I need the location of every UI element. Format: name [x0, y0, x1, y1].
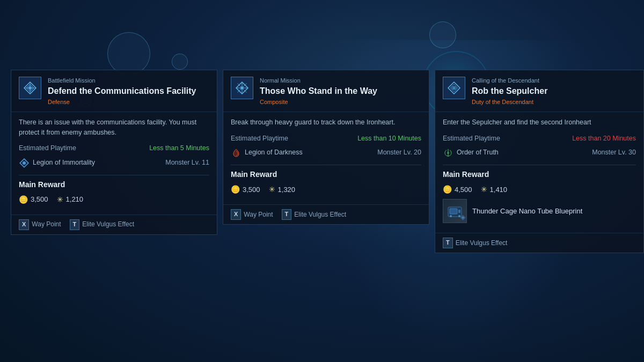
card-1-playtime-value: Less than 5 Minutes — [149, 144, 209, 153]
card-1-star-amount: 1,210 — [66, 195, 84, 204]
card-3-playtime-label: Estimated Playtime — [443, 134, 500, 144]
card-1-playtime: Estimated Playtime Less than 5 Minutes — [19, 144, 209, 153]
card-3-name: Rob the Sepulcher — [472, 86, 636, 96]
card-2-name: Those Who Stand in the Way — [260, 86, 421, 96]
card-2-playtime-label: Estimated Playtime — [231, 134, 288, 144]
card-2-faction-name: Legion of Darkness — [245, 148, 303, 158]
card-2-monster-lv: Monster Lv. 20 — [377, 148, 421, 158]
card-2-reward-title: Main Reward — [231, 169, 421, 180]
card-1-faction: Legion of Immortality Monster Lv. 11 — [19, 158, 209, 168]
card-1-divider — [19, 175, 209, 175]
card-1-header-text: Battlefield Mission Defend the Communica… — [48, 77, 209, 106]
mission-card-3[interactable]: Calling of the Descendant Rob the Sepulc… — [435, 70, 644, 253]
card-3-faction-left: Order of Truth — [443, 147, 499, 158]
card-3-reward-row: 🪙 4,500 ✳ 1,410 — [443, 184, 636, 195]
card-2-gold-amount: 3,500 — [243, 185, 260, 195]
cards-container: Battlefield Mission Defend the Communica… — [0, 0, 644, 362]
action-waypoint-label-1: Way Point — [32, 220, 61, 229]
card-2-actions: X Way Point T Elite Vulgus Effect — [223, 204, 429, 224]
card-3-actions: T Elite Vulgus Effect — [435, 233, 643, 252]
card-3-faction: Order of Truth Monster Lv. 30 — [443, 147, 636, 158]
mission-card-1[interactable]: Battlefield Mission Defend the Communica… — [11, 70, 217, 235]
card-2-tag: Composite — [260, 98, 421, 106]
card-3-body: Enter the Sepulcher and find the second … — [435, 112, 643, 233]
card-3-gold: 🪙 4,500 — [443, 184, 472, 195]
card-3-reward-title: Main Reward — [443, 169, 636, 180]
card-3-tag: Duty of the Descendant — [472, 98, 636, 106]
card-1-reward-title: Main Reward — [19, 180, 209, 190]
card-3-playtime-value: Less than 20 Minutes — [572, 134, 636, 144]
star-icon-2: ✳ — [269, 184, 275, 195]
card-3-header: Calling of the Descendant Rob the Sepulc… — [435, 70, 643, 112]
faction-darkness-icon — [231, 147, 241, 158]
svg-point-17 — [447, 152, 449, 154]
key-t-1: T — [70, 219, 80, 230]
svg-rect-19 — [450, 209, 457, 214]
faction-immortality-icon — [19, 158, 30, 168]
card-1-action-waypoint[interactable]: X Way Point — [19, 219, 61, 230]
key-x-2: X — [231, 209, 241, 219]
card-1-tag: Defense — [48, 98, 209, 106]
card-1-actions: X Way Point T Elite Vulgus Effect — [11, 215, 217, 234]
card-3-divider — [443, 165, 636, 165]
card-2-description: Break through heavy guard to track down … — [231, 117, 421, 128]
card-1-description: There is an issue with the communication… — [19, 117, 209, 138]
key-x-1: X — [19, 219, 29, 230]
card-2-action-waypoint[interactable]: X Way Point — [231, 209, 273, 219]
card-2-action-elite[interactable]: T Elite Vulgus Effect — [282, 209, 346, 219]
card-2-reward-row: 🪙 3,500 ✳ 1,320 — [231, 184, 421, 195]
card-3-icon — [443, 77, 465, 99]
card-1-action-elite[interactable]: T Elite Vulgus Effect — [70, 219, 134, 230]
card-2-star: ✳ 1,320 — [269, 184, 296, 195]
key-t-3: T — [443, 238, 453, 248]
gold-icon-2: 🪙 — [231, 184, 240, 195]
card-2-star-amount: 1,320 — [278, 185, 296, 195]
card-1-gold: 🪙 3,500 — [19, 195, 48, 205]
star-icon-3: ✳ — [481, 184, 487, 195]
svg-rect-20 — [458, 210, 460, 213]
card-2-faction-left: Legion of Darkness — [231, 147, 303, 158]
card-1-faction-left: Legion of Immortality — [19, 158, 95, 168]
action-elite-label-2: Elite Vulgus Effect — [294, 210, 346, 219]
card-1-body: There is an issue with the communication… — [11, 112, 217, 215]
mission-card-2[interactable]: Normal Mission Those Who Stand in the Wa… — [223, 70, 429, 225]
card-2-body: Break through heavy guard to track down … — [223, 112, 429, 204]
card-3-description: Enter the Sepulcher and find the second … — [443, 117, 636, 128]
card-2-playtime: Estimated Playtime Less than 10 Minutes — [231, 134, 421, 144]
svg-point-12 — [240, 86, 244, 90]
key-t-2: T — [282, 209, 292, 219]
card-1-monster-lv: Monster Lv. 11 — [165, 158, 209, 168]
star-icon-1: ✳ — [57, 195, 63, 205]
card-1-reward-row: 🪙 3,500 ✳ 1,210 — [19, 195, 209, 205]
card-3-type: Calling of the Descendant — [472, 77, 636, 85]
blueprint-thumbnail — [443, 199, 467, 223]
card-3-blueprint-row: Thunder Cage Nano Tube Blueprint — [443, 199, 636, 223]
card-1-type: Battlefield Mission — [48, 77, 209, 85]
svg-point-21 — [450, 215, 452, 217]
card-2-gold: 🪙 3,500 — [231, 184, 260, 195]
card-2-divider — [231, 165, 421, 165]
card-3-gold-amount: 4,500 — [455, 185, 472, 195]
card-1-faction-name: Legion of Immortality — [33, 158, 95, 168]
svg-point-16 — [453, 87, 455, 89]
card-1-name: Defend the Communications Facility — [48, 86, 209, 96]
card-3-playtime: Estimated Playtime Less than 20 Minutes — [443, 134, 636, 144]
card-1-star: ✳ 1,210 — [57, 195, 84, 205]
card-1-gold-amount: 3,500 — [31, 195, 48, 204]
card-1-icon — [19, 77, 41, 99]
card-3-star-amount: 1,410 — [490, 185, 508, 195]
card-1-header: Battlefield Mission Defend the Communica… — [11, 70, 217, 112]
blueprint-name: Thunder Cage Nano Tube Blueprint — [472, 206, 582, 216]
card-3-faction-name: Order of Truth — [457, 148, 499, 158]
card-2-playtime-value: Less than 10 Minutes — [357, 134, 421, 144]
card-3-action-elite[interactable]: T Elite Vulgus Effect — [443, 238, 507, 248]
card-3-header-text: Calling of the Descendant Rob the Sepulc… — [472, 77, 636, 106]
gold-icon-1: 🪙 — [19, 195, 28, 205]
svg-point-22 — [458, 215, 460, 217]
card-3-star: ✳ 1,410 — [481, 184, 508, 195]
svg-point-6 — [23, 161, 26, 165]
card-2-header: Normal Mission Those Who Stand in the Wa… — [223, 70, 429, 112]
card-2-icon — [231, 77, 253, 99]
card-1-playtime-label: Estimated Playtime — [19, 144, 76, 153]
card-2-type: Normal Mission — [260, 77, 421, 85]
